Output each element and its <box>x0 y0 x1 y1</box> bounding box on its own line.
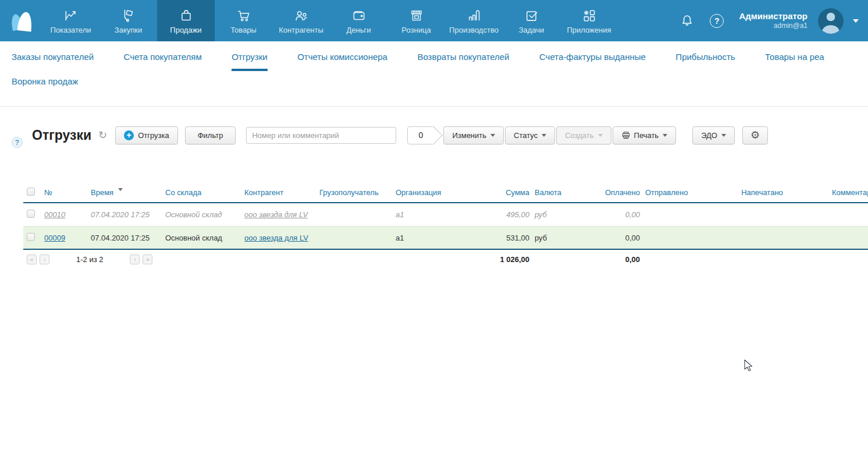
table-row[interactable]: 00009 07.04.2020 17:25 Основной склад оо… <box>23 226 868 249</box>
create-label: Создать <box>565 131 593 140</box>
topbar-right: ? Администратор admin@a1 <box>679 0 868 41</box>
table-header: № Время Со склада Контрагент Грузополуча… <box>23 182 868 203</box>
cell-sum: 531,00 <box>454 234 529 242</box>
search-input[interactable] <box>246 127 396 144</box>
chevron-down-icon <box>721 134 726 137</box>
nav-label: Закупки <box>115 26 142 34</box>
nav-label: Производство <box>449 26 499 34</box>
refresh-icon[interactable]: ↻ <box>98 129 107 142</box>
col-sum[interactable]: Сумма <box>454 188 529 197</box>
nav-item-production[interactable]: Производство <box>445 0 503 41</box>
col-currency[interactable]: Валюта <box>529 188 564 197</box>
nav-label: Задачи <box>519 26 545 34</box>
tab-goods-on-consignment[interactable]: Товары на реа <box>765 52 824 71</box>
logo-icon <box>6 9 35 33</box>
filter-button[interactable]: Фильтр <box>185 126 236 144</box>
settings-gear-button[interactable]: ⚙ <box>742 126 768 144</box>
table-row[interactable]: 00010 07.04.2020 17:25 Основной склад оо… <box>23 203 868 226</box>
tabs-row-2: Воронка продаж <box>0 71 868 106</box>
user-block[interactable]: Администратор admin@a1 <box>739 11 807 31</box>
print-label: Печать <box>634 131 659 140</box>
cell-currency: руб <box>529 210 564 219</box>
cell-warehouse: Основной склад <box>165 210 244 219</box>
nav-item-metrics[interactable]: Показатели <box>42 0 99 41</box>
counterparty-link[interactable]: ооо звезда для LV <box>244 234 308 242</box>
last-page-button[interactable]: » <box>143 255 152 264</box>
sort-desc-icon <box>118 188 123 191</box>
avatar[interactable] <box>818 8 844 34</box>
nav-label: Контрагенты <box>279 26 323 34</box>
nav-item-purchases[interactable]: Закупки <box>99 0 157 41</box>
col-organization[interactable]: Организация <box>396 188 454 197</box>
col-num[interactable]: № <box>44 188 91 197</box>
chevron-down-icon <box>663 134 667 137</box>
change-label: Изменить <box>452 131 486 140</box>
cell-time: 07.04.2020 17:25 <box>91 234 165 242</box>
shipment-number-link[interactable]: 00009 <box>44 234 65 242</box>
chevron-down-icon <box>598 134 603 137</box>
col-printed[interactable]: Напечатано <box>692 188 832 197</box>
col-consignee[interactable]: Грузополучатель <box>319 188 396 197</box>
col-time[interactable]: Время <box>91 188 165 197</box>
notifications-bell-icon[interactable] <box>679 13 695 29</box>
tabs-row-1: Заказы покупателей Счета покупателям Отг… <box>0 41 868 71</box>
edo-dropdown-button[interactable]: ЭДО <box>692 126 735 144</box>
new-shipment-button[interactable]: + Отгрузка <box>115 126 178 144</box>
money-icon <box>351 8 367 23</box>
tab-sales-funnel[interactable]: Воронка продаж <box>12 76 78 96</box>
tab-shipments[interactable]: Отгрузки <box>232 52 268 71</box>
page-help-icon[interactable]: ? <box>12 137 23 148</box>
nav-item-tasks[interactable]: Задачи <box>503 0 560 41</box>
cell-paid: 0,00 <box>564 210 640 219</box>
person-icon <box>818 8 844 34</box>
shipment-number-link[interactable]: 00010 <box>44 210 65 219</box>
help-icon[interactable]: ? <box>710 14 724 28</box>
tab-profitability[interactable]: Прибыльность <box>675 52 735 71</box>
counterparty-link[interactable]: ооо звезда для LV <box>244 210 308 219</box>
next-page-button[interactable]: › <box>130 255 140 264</box>
nav-label: Показатели <box>51 26 91 34</box>
sales-icon <box>179 8 194 23</box>
nav-item-retail[interactable]: Розница <box>387 0 445 41</box>
user-login: admin@a1 <box>739 22 807 30</box>
nav-item-money[interactable]: Деньги <box>330 0 387 41</box>
table-footer: « ‹ 1-2 из 2 › » 1 026,00 0,00 <box>23 249 868 268</box>
selected-count: 0 <box>418 130 423 140</box>
production-icon <box>467 8 482 23</box>
row-checkbox[interactable] <box>27 233 35 241</box>
tab-customer-orders[interactable]: Заказы покупателей <box>12 52 94 71</box>
apps-icon <box>582 8 597 23</box>
topbar: Показатели Закупки Продажи Товары Контра… <box>0 0 868 41</box>
nav-item-counterparties[interactable]: Контрагенты <box>272 0 330 41</box>
change-dropdown-button[interactable]: Изменить <box>443 126 504 144</box>
app-logo[interactable] <box>0 0 42 41</box>
nav-label: Розница <box>401 26 431 34</box>
page-title: Отгрузки <box>32 128 91 143</box>
select-all-checkbox[interactable] <box>27 188 35 196</box>
first-page-button[interactable]: « <box>27 255 37 264</box>
col-paid[interactable]: Оплачено <box>564 188 640 197</box>
print-dropdown-button[interactable]: Печать <box>613 126 677 144</box>
row-checkbox[interactable] <box>27 210 35 218</box>
total-sum: 1 026,00 <box>454 255 529 264</box>
new-shipment-label: Отгрузка <box>138 131 169 140</box>
status-label: Статус <box>514 131 538 140</box>
prev-page-button[interactable]: ‹ <box>40 255 49 264</box>
cell-organization: a1 <box>396 234 454 242</box>
nav-item-goods[interactable]: Товары <box>215 0 272 41</box>
nav-item-apps[interactable]: Приложения <box>560 0 618 41</box>
col-sent[interactable]: Отправлено <box>640 188 692 197</box>
tab-customer-invoices[interactable]: Счета покупателям <box>124 52 202 71</box>
tab-issued-invoices[interactable]: Счета-фактуры выданные <box>539 52 646 71</box>
create-dropdown-button[interactable]: Создать <box>556 126 611 144</box>
tab-commission-reports[interactable]: Отчеты комиссионера <box>297 52 387 71</box>
tab-customer-returns[interactable]: Возвраты покупателей <box>417 52 509 71</box>
user-menu-caret-icon[interactable] <box>853 19 859 23</box>
cell-paid: 0,00 <box>564 234 640 242</box>
col-comment[interactable]: Комментар <box>832 188 868 197</box>
col-warehouse[interactable]: Со склада <box>165 188 244 197</box>
col-counterparty[interactable]: Контрагент <box>244 188 319 197</box>
status-dropdown-button[interactable]: Статус <box>505 126 555 144</box>
nav-item-sales[interactable]: Продажи <box>157 0 215 41</box>
counterparties-icon <box>294 8 309 23</box>
